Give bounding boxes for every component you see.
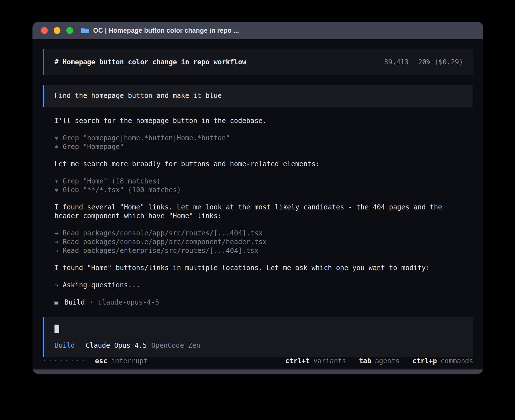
assistant-message: I found several "Home" links. Let me loo…: [54, 203, 462, 220]
esc-key-hint[interactable]: esc: [95, 357, 107, 366]
tool-call-line: ∗ Glob "**/*.tsx" (100 matches): [54, 186, 462, 194]
prompt-input[interactable]: Build Claude Opus 4.5 OpenCode Zen: [43, 317, 473, 357]
progress-spinner-dots: ········: [43, 357, 87, 366]
model-name-label[interactable]: Claude Opus 4.5: [86, 341, 147, 350]
shortcut-key: tab: [359, 357, 371, 366]
minimize-window-button[interactable]: [54, 27, 60, 34]
assistant-status-message: ~ Asking questions...: [54, 281, 462, 290]
context-percent-cost: 20% ($0.29): [418, 58, 463, 67]
user-message-text: Find the homepage button and make it blu…: [54, 92, 222, 100]
session-meta: 39,413 20% ($0.29): [384, 58, 463, 67]
shortcut-agents[interactable]: tab agents: [359, 357, 400, 366]
assistant-message: I found "Home" buttons/links in multiple…: [54, 264, 462, 272]
session-header: # Homepage button color change in repo w…: [43, 49, 473, 75]
tool-call-group: ∗ Grep "homepage|home.*button|Home.*butt…: [54, 134, 462, 151]
tool-call-line: ∗ Grep "Homepage": [54, 143, 462, 151]
agent-status: ▣ Build · claude-opus-4-5: [54, 298, 462, 307]
zoom-window-button[interactable]: [66, 27, 73, 34]
close-window-button[interactable]: [41, 27, 48, 34]
shortcut-variants[interactable]: ctrl+t variants: [285, 357, 346, 366]
statusbar-left: ········ esc interrupt: [43, 357, 148, 366]
shortcut-label: agents: [375, 357, 400, 366]
agent-mode-label[interactable]: Build: [54, 341, 75, 350]
statusbar: ········ esc interrupt ctrl+t variants t…: [43, 357, 473, 372]
terminal-content: # Homepage button color change in repo w…: [32, 39, 483, 369]
user-message: Find the homepage button and make it blu…: [43, 85, 473, 107]
tool-call-group: → Read packages/console/app/src/routes/[…: [54, 229, 462, 255]
shortcut-label: commands: [440, 357, 473, 366]
agent-square-icon: ▣: [54, 298, 58, 307]
shortcut-label: variants: [313, 357, 346, 366]
agent-model: claude-opus-4-5: [98, 298, 159, 307]
tool-call-line: → Read packages/enterprise/src/routes/[.…: [54, 246, 462, 255]
shortcut-key: ctrl+t: [285, 357, 310, 366]
provider-label: OpenCode Zen: [151, 341, 200, 350]
window-titlebar[interactable]: OC | Homepage button color change in rep…: [32, 22, 483, 39]
shortcut-commands[interactable]: ctrl+p commands: [413, 357, 473, 366]
session-title: # Homepage button color change in repo w…: [54, 58, 246, 67]
tool-call-line: ∗ Grep "homepage|home.*button|Home.*butt…: [54, 134, 462, 143]
statusbar-right: ctrl+t variants tab agents ctrl+p comman…: [272, 357, 473, 366]
window-title: OC | Homepage button color change in rep…: [93, 27, 239, 34]
opencode-terminal-window: OC | Homepage button color change in rep…: [32, 22, 483, 374]
esc-key-label: interrupt: [111, 357, 148, 366]
text-cursor: [54, 325, 59, 333]
titlebar-title-group: OC | Homepage button color change in rep…: [81, 27, 239, 34]
token-count: 39,413: [384, 58, 409, 67]
tool-call-line: ∗ Grep "Home" (18 matches): [54, 177, 462, 186]
tool-call-line: → Read packages/console/app/src/routes/[…: [54, 229, 462, 238]
folder-icon: [81, 27, 90, 34]
tool-call-line: → Read packages/console/app/src/componen…: [54, 238, 462, 246]
input-meta-row: Build Claude Opus 4.5 OpenCode Zen: [54, 341, 463, 350]
agent-separator: ·: [90, 298, 93, 307]
desktop-background: OC | Homepage button color change in rep…: [0, 0, 515, 420]
assistant-message: Let me search more broadly for buttons a…: [54, 160, 462, 169]
traffic-lights: [32, 27, 73, 34]
conversation: I'll search for the homepage button in t…: [43, 117, 473, 315]
tool-call-group: ∗ Grep "Home" (18 matches) ∗ Glob "**/*.…: [54, 177, 462, 194]
shortcut-key: ctrl+p: [413, 357, 437, 366]
assistant-message: I'll search for the homepage button in t…: [54, 117, 462, 125]
agent-name: Build: [64, 298, 85, 307]
